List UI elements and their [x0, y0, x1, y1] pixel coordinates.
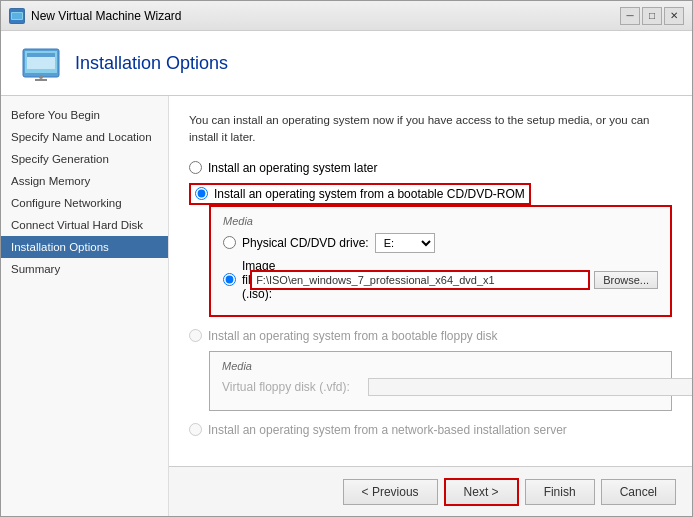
image-file-browse-button[interactable]: Browse... [594, 271, 658, 289]
image-file-option[interactable]: Image file (.iso): [223, 259, 244, 301]
image-file-radio[interactable] [223, 273, 236, 286]
image-file-input-row: F:\ISO\en_windows_7_professional_x64_dvd… [250, 270, 658, 290]
sidebar-item-specify-generation[interactable]: Specify Generation [1, 148, 168, 170]
main-body: You can install an operating system now … [169, 96, 692, 466]
physical-drive-option[interactable]: Physical CD/DVD drive: [223, 236, 369, 250]
cdrom-media-section: Media Physical CD/DVD drive: E: [209, 205, 672, 317]
install-network-label: Install an operating system from a netwo… [208, 423, 567, 437]
wizard-icon [9, 8, 25, 24]
install-later-option[interactable]: Install an operating system later [189, 161, 672, 175]
finish-button[interactable]: Finish [525, 479, 595, 505]
sidebar: Before You Begin Specify Name and Locati… [1, 96, 169, 516]
install-floppy-radio[interactable] [189, 329, 202, 342]
maximize-button[interactable]: □ [642, 7, 662, 25]
install-later-label: Install an operating system later [208, 161, 377, 175]
install-cdrom-option[interactable]: Install an operating system from a boota… [189, 183, 531, 205]
header-icon [21, 43, 61, 83]
main-content: You can install an operating system now … [169, 96, 692, 516]
floppy-disk-label: Virtual floppy disk (.vfd): [222, 380, 362, 394]
install-cdrom-radio[interactable] [195, 187, 208, 200]
floppy-media-section: Media Virtual floppy disk (.vfd): Browse… [209, 351, 672, 411]
header-title: Installation Options [75, 53, 228, 74]
sidebar-item-configure-networking[interactable]: Configure Networking [1, 192, 168, 214]
sidebar-item-installation-options[interactable]: Installation Options [1, 236, 168, 258]
physical-drive-row: Physical CD/DVD drive: E: [223, 233, 658, 253]
title-bar-text: New Virtual Machine Wizard [31, 9, 182, 23]
drive-letter-select[interactable]: E: [375, 233, 435, 253]
svg-rect-6 [27, 53, 55, 57]
content-area: Before You Begin Specify Name and Locati… [1, 96, 692, 516]
install-floppy-label: Install an operating system from a boota… [208, 329, 498, 343]
sidebar-item-assign-memory[interactable]: Assign Memory [1, 170, 168, 192]
image-file-row: Image file (.iso): F:\ISO\en_windows_7_p… [223, 259, 658, 301]
physical-drive-radio[interactable] [223, 236, 236, 249]
previous-button[interactable]: < Previous [343, 479, 438, 505]
title-bar-controls: ─ □ ✕ [620, 7, 684, 25]
wizard-header: Installation Options [1, 31, 692, 96]
install-cdrom-label: Install an operating system from a boota… [214, 187, 525, 201]
install-floppy-option[interactable]: Install an operating system from a boota… [189, 329, 672, 343]
sidebar-item-summary[interactable]: Summary [1, 258, 168, 280]
title-bar-left: New Virtual Machine Wizard [9, 8, 182, 24]
description-text: You can install an operating system now … [189, 112, 672, 147]
sidebar-item-connect-virtual-hard-disk[interactable]: Connect Virtual Hard Disk [1, 214, 168, 236]
svg-rect-8 [35, 79, 47, 81]
floppy-input-row: Browse... [368, 378, 692, 396]
svg-rect-2 [12, 13, 22, 19]
install-later-radio[interactable] [189, 161, 202, 174]
floppy-disk-path[interactable] [368, 378, 692, 396]
svg-point-7 [39, 75, 43, 79]
floppy-media-label: Media [222, 360, 659, 372]
footer: < Previous Next > Finish Cancel [169, 466, 692, 516]
close-button[interactable]: ✕ [664, 7, 684, 25]
media-label: Media [223, 215, 658, 227]
install-network-option[interactable]: Install an operating system from a netwo… [189, 423, 672, 437]
sidebar-item-specify-name-location[interactable]: Specify Name and Location [1, 126, 168, 148]
main-layout: Installation Options Before You Begin Sp… [1, 31, 692, 516]
floppy-disk-row: Virtual floppy disk (.vfd): Browse... [222, 378, 659, 396]
next-button[interactable]: Next > [444, 478, 519, 506]
title-bar: New Virtual Machine Wizard ─ □ ✕ [1, 1, 692, 31]
physical-drive-label: Physical CD/DVD drive: [242, 236, 369, 250]
image-file-path: F:\ISO\en_windows_7_professional_x64_dvd… [250, 270, 590, 290]
install-network-radio[interactable] [189, 423, 202, 436]
sidebar-item-before-you-begin[interactable]: Before You Begin [1, 104, 168, 126]
cancel-button[interactable]: Cancel [601, 479, 676, 505]
wizard-window: New Virtual Machine Wizard ─ □ ✕ Install… [0, 0, 693, 517]
minimize-button[interactable]: ─ [620, 7, 640, 25]
